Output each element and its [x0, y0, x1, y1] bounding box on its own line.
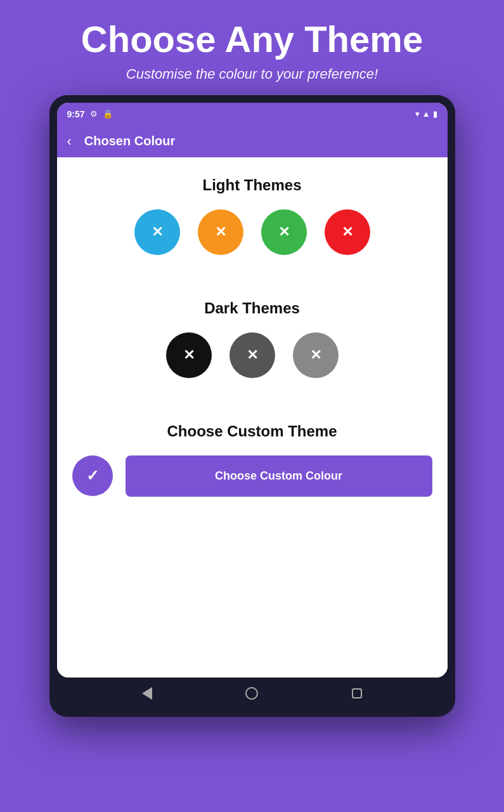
choose-custom-colour-button[interactable]: Choose Custom Colour: [126, 455, 432, 497]
lock-icon: 🔒: [103, 109, 113, 119]
battery-icon: ▮: [433, 109, 437, 119]
light-theme-red[interactable]: ✕: [325, 209, 370, 255]
custom-theme-section: Choose Custom Theme ✓ Choose Custom Colo…: [72, 422, 432, 497]
page-header: Choose Any Theme Customise the colour to…: [0, 0, 504, 95]
status-right-icons: ▾ ▲ ▮: [415, 109, 437, 119]
nav-recent-button[interactable]: [349, 686, 365, 701]
x-icon-gray: ✕: [310, 348, 321, 362]
section-divider-1: [72, 268, 432, 293]
page-title: Choose Any Theme: [25, 19, 479, 60]
light-themes-section: Light Themes ✕ ✕ ✕ ✕: [72, 176, 432, 255]
check-circle[interactable]: ✓: [72, 455, 113, 496]
status-time: 9:57: [67, 109, 85, 119]
screen-content: Light Themes ✕ ✕ ✕ ✕: [57, 157, 448, 678]
dark-theme-circles-row: ✕ ✕ ✕: [72, 332, 432, 378]
wifi-icon: ▾: [415, 109, 420, 119]
x-icon-green: ✕: [278, 225, 290, 239]
nav-home-icon: [245, 687, 258, 700]
light-theme-circles-row: ✕ ✕ ✕ ✕: [72, 209, 432, 255]
gear-icon: ⚙: [90, 109, 98, 119]
signal-icon: ▲: [422, 109, 430, 119]
tablet-frame: 9:57 ⚙ 🔒 ▾ ▲ ▮ ‹ Chosen Colour Light The…: [49, 95, 455, 717]
tablet-bottom-bar: [57, 678, 448, 709]
dark-themes-section: Dark Themes ✕ ✕ ✕: [72, 299, 432, 378]
x-icon-darkgray: ✕: [247, 348, 258, 362]
check-icon: ✓: [86, 467, 99, 485]
dark-theme-black[interactable]: ✕: [166, 332, 212, 378]
status-bar: 9:57 ⚙ 🔒 ▾ ▲ ▮: [57, 103, 448, 126]
nav-home-button[interactable]: [244, 686, 259, 701]
light-theme-green[interactable]: ✕: [261, 209, 307, 255]
light-theme-blue[interactable]: ✕: [134, 209, 180, 255]
nav-back-button[interactable]: [139, 686, 155, 701]
nav-recent-icon: [352, 688, 362, 698]
dark-theme-dark-gray[interactable]: ✕: [229, 332, 275, 378]
x-icon-red: ✕: [342, 225, 353, 239]
back-button[interactable]: ‹: [67, 133, 72, 150]
dark-themes-title: Dark Themes: [72, 299, 432, 317]
custom-theme-row: ✓ Choose Custom Colour: [72, 455, 432, 497]
app-bar: ‹ Chosen Colour: [57, 126, 448, 157]
x-icon-blue: ✕: [152, 225, 163, 239]
page-subtitle: Customise the colour to your preference!: [25, 66, 479, 82]
light-themes-title: Light Themes: [72, 176, 432, 194]
dark-theme-gray[interactable]: ✕: [293, 332, 339, 378]
app-bar-title: Chosen Colour: [84, 134, 175, 148]
section-divider-2: [72, 391, 432, 416]
tablet-screen: 9:57 ⚙ 🔒 ▾ ▲ ▮ ‹ Chosen Colour Light The…: [57, 103, 448, 678]
nav-back-icon: [142, 687, 152, 700]
light-theme-orange[interactable]: ✕: [198, 209, 243, 255]
custom-theme-title: Choose Custom Theme: [72, 422, 432, 440]
x-icon-black: ✕: [183, 348, 195, 362]
x-icon-orange: ✕: [215, 225, 226, 239]
